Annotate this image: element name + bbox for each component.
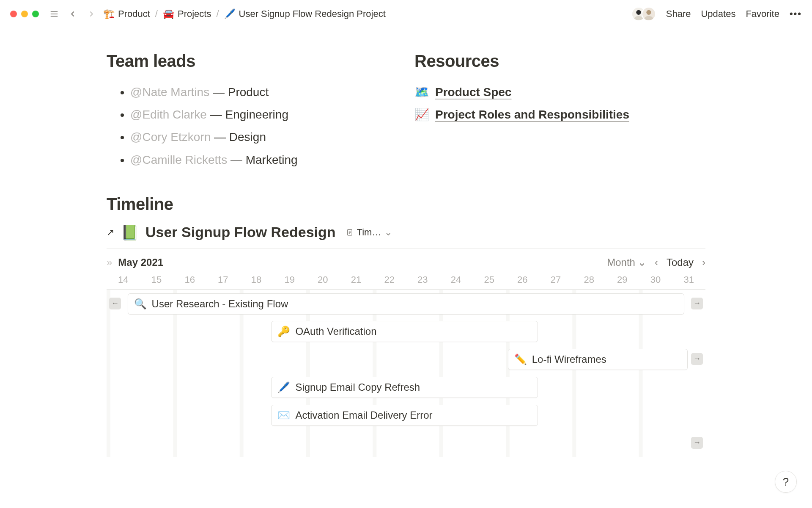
timeline-task-signup-email[interactable]: 🖊️ Signup Email Copy Refresh [271, 377, 538, 398]
pen-icon: 🖊️ [224, 8, 236, 19]
prev-period-button[interactable]: ‹ [655, 257, 658, 268]
day-cell: 21 [340, 274, 373, 285]
timeline-body[interactable]: ← 🔍 User Research - Existing Flow → 🔑 OA… [107, 289, 705, 457]
page-content: Team leads @Nate Martins — Product @Edit… [0, 28, 812, 457]
timeline-db-title[interactable]: User Signup Flow Redesign [145, 224, 336, 240]
team-leads-list: @Nate Martins — Product @Edith Clarke — … [107, 81, 398, 171]
more-menu-icon[interactable]: ••• [790, 8, 802, 19]
presence-avatars[interactable] [631, 7, 656, 21]
resources-list: 🗺️ Product Spec 📈 Project Roles and Resp… [414, 81, 705, 126]
resource-link: Project Roles and Responsibilities [435, 103, 629, 126]
timeline-day-header: 14 15 16 17 18 19 20 21 22 23 24 25 26 2… [107, 272, 705, 289]
timeline-lane: 🔑 OAuth Verification [107, 318, 705, 345]
chevron-down-icon: ⌄ [638, 257, 646, 268]
resources-heading: Resources [414, 52, 705, 71]
team-lead-item-product: @Nate Martins — Product [130, 81, 398, 103]
team-lead-item-design: @Cory Etzkorn — Design [130, 126, 398, 148]
breadcrumb-label: Product [118, 8, 150, 19]
breadcrumb-item-projects[interactable]: 🚘 Projects [163, 8, 211, 19]
scale-picker[interactable]: Month ⌄ [607, 257, 646, 268]
view-picker[interactable]: Tim… ⌄ [343, 225, 396, 240]
day-cell: 20 [306, 274, 340, 285]
timeline-lane: ✉️ Activation Email Delivery Error [107, 401, 705, 429]
team-lead-item-engineering: @Edith Clarke — Engineering [130, 103, 398, 126]
book-icon: 📗 [121, 224, 139, 241]
pen-icon: 🖊️ [277, 381, 290, 393]
view-label: Tim… [357, 227, 381, 238]
breadcrumb-separator: / [155, 8, 158, 19]
task-label: Lo-fi Wireframes [532, 353, 606, 365]
day-cell: 30 [639, 274, 672, 285]
day-cell: 29 [606, 274, 639, 285]
construction-icon: 🏗️ [103, 8, 115, 19]
team-leads-section: Team leads @Nate Martins — Product @Edit… [107, 52, 398, 171]
day-cell: 24 [439, 274, 473, 285]
resource-item-roles[interactable]: 📈 Project Roles and Responsibilities [414, 103, 705, 126]
minimize-window-icon[interactable] [21, 11, 28, 17]
overflow-right-icon[interactable]: → [691, 298, 703, 309]
timeline-task-wireframes[interactable]: ✏️ Lo-fi Wireframes [508, 349, 688, 370]
mention[interactable]: @Cory Etzkorn [130, 130, 211, 144]
timeline-controls: » May 2021 Month ⌄ ‹ Today › [107, 249, 705, 272]
timeline-lane: 🖊️ Signup Email Copy Refresh [107, 373, 705, 401]
day-cell: 17 [206, 274, 240, 285]
day-cell: 25 [472, 274, 506, 285]
share-button[interactable]: Share [666, 8, 691, 19]
resource-link: Product Spec [435, 81, 511, 103]
magnifier-icon: 🔍 [134, 298, 147, 310]
breadcrumb-label: Projects [178, 8, 211, 19]
breadcrumb-item-current[interactable]: 🖊️ User Signup Flow Redesign Project [224, 8, 386, 19]
day-cell: 31 [672, 274, 705, 285]
day-cell: 15 [140, 274, 173, 285]
today-button[interactable]: Today [667, 257, 694, 268]
topbar-actions: Share Updates Favorite ••• [631, 7, 802, 21]
resource-item-spec[interactable]: 🗺️ Product Spec [414, 81, 705, 103]
overflow-right-icon[interactable]: → [691, 353, 703, 365]
svg-point-6 [646, 10, 651, 15]
timeline-section: Timeline ↗ 📗 User Signup Flow Redesign T… [107, 195, 705, 457]
avatar [642, 7, 656, 21]
role-label: — [210, 108, 225, 121]
help-button[interactable]: ? [775, 471, 797, 493]
timeline-task-oauth[interactable]: 🔑 OAuth Verification [271, 321, 538, 342]
hamburger-icon[interactable] [47, 7, 61, 21]
team-lead-item-marketing: @Camille Ricketts — Marketing [130, 149, 398, 171]
role-label: — [213, 86, 228, 99]
overflow-left-icon[interactable]: ← [109, 298, 121, 309]
updates-button[interactable]: Updates [701, 8, 735, 19]
window-traffic-lights [10, 11, 39, 17]
day-cell: 22 [373, 274, 406, 285]
pencil-icon: ✏️ [514, 353, 527, 365]
breadcrumb-item-product[interactable]: 🏗️ Product [103, 8, 150, 19]
mention[interactable]: @Nate Martins [130, 86, 209, 99]
favorite-button[interactable]: Favorite [746, 8, 779, 19]
map-icon: 🗺️ [414, 81, 429, 103]
task-label: OAuth Verification [295, 326, 376, 337]
close-window-icon[interactable] [10, 11, 17, 17]
task-label: Activation Email Delivery Error [295, 409, 432, 421]
day-cell: 27 [539, 274, 573, 285]
expand-sidebar-icon[interactable]: » [107, 257, 112, 268]
open-as-page-icon[interactable]: ↗ [107, 227, 114, 238]
maximize-window-icon[interactable] [32, 11, 39, 17]
timeline-db-header: ↗ 📗 User Signup Flow Redesign Tim… ⌄ [107, 224, 705, 241]
envelope-icon: ✉️ [277, 409, 290, 421]
timeline-lane: ✏️ Lo-fi Wireframes → [107, 345, 705, 373]
car-icon: 🚘 [163, 8, 174, 19]
day-cell: 16 [173, 274, 206, 285]
timeline-lane: ← 🔍 User Research - Existing Flow → [107, 290, 705, 318]
overflow-right-icon[interactable]: → [691, 437, 703, 449]
breadcrumb: 🏗️ Product / 🚘 Projects / 🖊️ User Signup… [103, 8, 626, 19]
day-cell: 26 [506, 274, 539, 285]
timeline-task-activation-email[interactable]: ✉️ Activation Email Delivery Error [271, 405, 538, 426]
key-icon: 🔑 [277, 326, 290, 337]
role-label: — [214, 130, 229, 144]
mention[interactable]: @Camille Ricketts [130, 153, 227, 166]
back-button[interactable] [66, 7, 80, 21]
day-cell: 19 [273, 274, 306, 285]
timeline-heading: Timeline [107, 195, 705, 214]
timeline-month-label: May 2021 [118, 257, 163, 268]
timeline-task-user-research[interactable]: 🔍 User Research - Existing Flow [128, 293, 685, 315]
next-period-button[interactable]: › [702, 257, 705, 268]
mention[interactable]: @Edith Clarke [130, 108, 207, 121]
